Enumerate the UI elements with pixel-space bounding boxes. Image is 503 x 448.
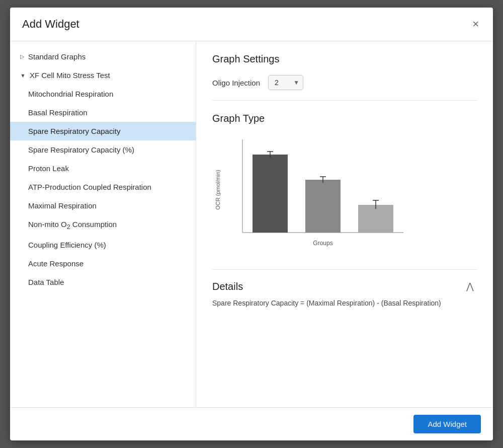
sidebar-child-label: Non-mito O2 Consumption bbox=[28, 220, 117, 231]
sidebar-item-proton-leak[interactable]: Proton Leak bbox=[10, 159, 196, 178]
sidebar-item-spare-respiratory-capacity-pct[interactable]: Spare Respiratory Capacity (%) bbox=[10, 140, 196, 159]
modal-dialog: Add Widget × ▷ Standard Graphs ▼ XF Cell… bbox=[10, 8, 493, 440]
graph-type-section: Graph Type OCR (pmol/min) bbox=[212, 113, 477, 257]
sidebar-child-label: Spare Respiratory Capacity (%) bbox=[28, 145, 134, 154]
sidebar-child-label: Acute Response bbox=[28, 259, 83, 268]
sidebar-item-mitochondrial-respiration[interactable]: Mitochondrial Respiration bbox=[10, 85, 196, 103]
sidebar-child-label: Mitochondrial Respiration bbox=[28, 90, 113, 98]
sidebar-child-label: Spare Respiratory Capacity bbox=[28, 127, 120, 135]
sidebar-item-coupling-efficiency[interactable]: Coupling Efficiency (%) bbox=[10, 236, 196, 254]
details-header: Details ⋀ bbox=[212, 280, 477, 293]
sidebar-child-label: Basal Respiration bbox=[28, 108, 88, 117]
chevron-down-icon: ▼ bbox=[20, 72, 26, 79]
sidebar-child-label: Maximal Respiration bbox=[28, 201, 97, 210]
sidebar-label-xf-cell-mito: XF Cell Mito Stress Test bbox=[30, 71, 110, 80]
bar-1 bbox=[253, 155, 288, 233]
graph-settings-section: Graph Settings Oligo Injection 1 2 3 4 ▼ bbox=[212, 53, 477, 101]
graph-settings-title: Graph Settings bbox=[212, 53, 477, 65]
oligo-injection-label: Oligo Injection bbox=[212, 79, 260, 87]
close-button[interactable]: × bbox=[470, 17, 481, 32]
sidebar: ▷ Standard Graphs ▼ XF Cell Mito Stress … bbox=[10, 41, 196, 407]
main-content: Graph Settings Oligo Injection 1 2 3 4 ▼ bbox=[196, 41, 493, 407]
sidebar-child-label: Data Table bbox=[28, 278, 64, 286]
sidebar-child-label: ATP-Production Coupled Respiration bbox=[28, 183, 151, 191]
bar-chart: OCR (pmol/min) bbox=[212, 134, 424, 255]
sidebar-item-atp-production[interactable]: ATP-Production Coupled Respiration bbox=[10, 178, 196, 196]
details-title: Details bbox=[212, 281, 243, 292]
sidebar-item-spare-respiratory-capacity[interactable]: Spare Respiratory Capacity bbox=[10, 122, 196, 140]
sidebar-item-acute-response[interactable]: Acute Response bbox=[10, 254, 196, 273]
sidebar-child-label: Proton Leak bbox=[28, 164, 69, 173]
sidebar-item-xf-cell-mito[interactable]: ▼ XF Cell Mito Stress Test bbox=[10, 66, 196, 85]
bar-3 bbox=[358, 205, 393, 233]
sidebar-item-standard-graphs[interactable]: ▷ Standard Graphs bbox=[10, 47, 196, 66]
sidebar-item-maximal-respiration[interactable]: Maximal Respiration bbox=[10, 196, 196, 215]
sidebar-item-non-mito-o2[interactable]: Non-mito O2 Consumption bbox=[10, 215, 196, 236]
collapse-button[interactable]: ⋀ bbox=[463, 280, 477, 293]
sidebar-child-label: Coupling Efficiency (%) bbox=[28, 241, 106, 249]
svg-text:OCR (pmol/min): OCR (pmol/min) bbox=[215, 170, 221, 209]
chevron-right-icon: ▷ bbox=[20, 53, 24, 60]
sidebar-label-standard-graphs: Standard Graphs bbox=[28, 52, 86, 61]
modal-footer: Add Widget bbox=[10, 407, 493, 440]
details-text: Spare Respiratory Capacity = (Maximal Re… bbox=[212, 298, 477, 309]
svg-text:Groups: Groups bbox=[313, 240, 332, 247]
modal-body: ▷ Standard Graphs ▼ XF Cell Mito Stress … bbox=[10, 41, 493, 407]
settings-row: Oligo Injection 1 2 3 4 ▼ bbox=[212, 75, 477, 90]
modal-header: Add Widget × bbox=[10, 8, 493, 41]
bar-2 bbox=[305, 180, 341, 233]
oligo-select-wrapper: 1 2 3 4 ▼ bbox=[268, 75, 303, 90]
oligo-injection-select[interactable]: 1 2 3 4 bbox=[268, 75, 303, 90]
details-section: Details ⋀ Spare Respiratory Capacity = (… bbox=[212, 269, 477, 309]
modal-title: Add Widget bbox=[22, 18, 79, 31]
graph-type-title: Graph Type bbox=[212, 113, 477, 124]
modal-overlay: Add Widget × ▷ Standard Graphs ▼ XF Cell… bbox=[0, 0, 503, 448]
sidebar-item-data-table[interactable]: Data Table bbox=[10, 273, 196, 291]
sidebar-item-basal-respiration[interactable]: Basal Respiration bbox=[10, 103, 196, 122]
add-widget-button[interactable]: Add Widget bbox=[413, 415, 481, 433]
